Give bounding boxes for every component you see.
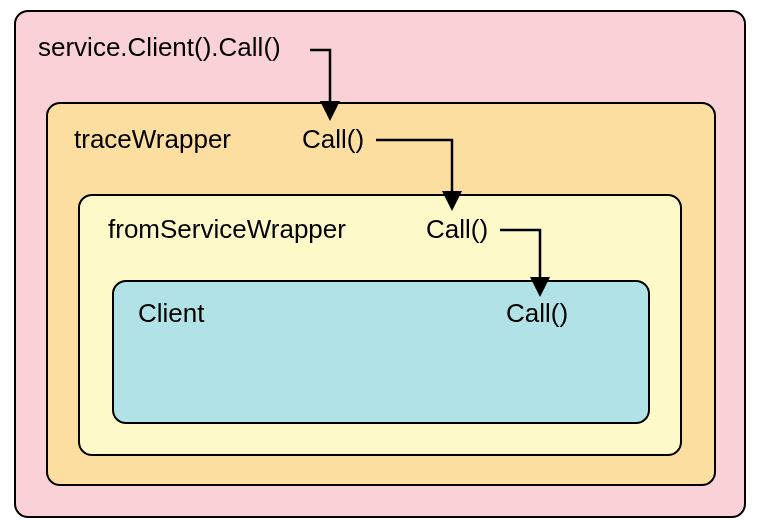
- tracewrapper-label: traceWrapper: [74, 124, 231, 155]
- outer-title: service.Client().Call(): [38, 32, 281, 63]
- client-label: Client: [138, 298, 204, 329]
- fromservicewrapper-call: Call(): [426, 214, 488, 245]
- client-call: Call(): [506, 298, 568, 329]
- fromservicewrapper-label: fromServiceWrapper: [108, 214, 346, 245]
- tracewrapper-call: Call(): [302, 124, 364, 155]
